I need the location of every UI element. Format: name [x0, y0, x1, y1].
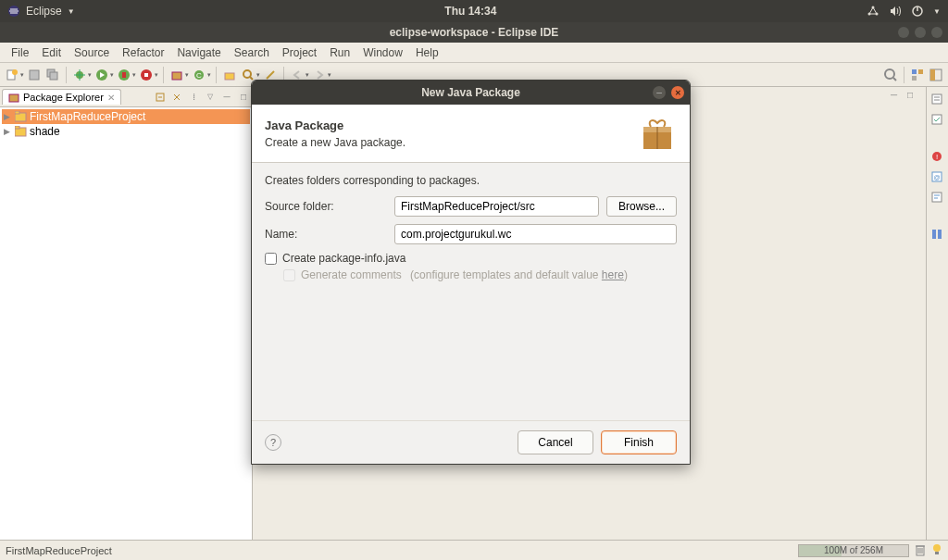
- dropdown-icon: ▼: [68, 7, 75, 16]
- browse-button[interactable]: Browse...: [606, 196, 677, 217]
- perspective-java-icon[interactable]: [909, 67, 926, 83]
- maximize-icon[interactable]: □: [237, 91, 250, 104]
- system-top-bar: Eclipse ▼ Thu 14:34 ▼: [0, 0, 948, 22]
- dialog-minimize-button[interactable]: ─: [653, 86, 666, 99]
- generate-comments-checkbox: [283, 269, 295, 281]
- debug-icon[interactable]: [71, 67, 88, 83]
- svg-rect-19: [172, 72, 181, 80]
- dialog-titlebar[interactable]: New Java Package ─ ✕: [252, 81, 690, 105]
- help-button[interactable]: ?: [265, 434, 281, 451]
- menu-bar: File Edit Source Refactor Navigate Searc…: [0, 43, 948, 63]
- editor-minimize-icon[interactable]: ─: [891, 90, 904, 103]
- new-java-package-dialog: New Java Package ─ ✕ Java Package Create…: [251, 80, 691, 465]
- system-clock: Thu 14:34: [75, 5, 867, 18]
- external-tools-icon[interactable]: [138, 67, 155, 83]
- menu-file[interactable]: File: [6, 44, 34, 61]
- perspective-switch-icon[interactable]: [930, 228, 945, 243]
- tab-package-explorer[interactable]: Package Explorer ✕: [2, 89, 121, 105]
- status-bar: FirstMapReduceProject 100M of 256M: [0, 540, 948, 560]
- create-package-info-label: Create package-info.java: [282, 252, 405, 265]
- volume-icon[interactable]: [889, 5, 902, 18]
- svg-rect-18: [144, 73, 148, 77]
- menu-help[interactable]: Help: [410, 44, 444, 61]
- tab-label: Package Explorer: [23, 92, 104, 103]
- configure-templates-link[interactable]: here: [602, 268, 624, 281]
- source-folder-label: Source folder:: [265, 200, 394, 213]
- new-icon[interactable]: [4, 67, 20, 83]
- menu-window[interactable]: Window: [357, 44, 408, 61]
- name-label: Name:: [265, 228, 394, 241]
- memory-text: 100M of 256M: [799, 545, 908, 556]
- expand-icon[interactable]: ▶: [4, 112, 13, 121]
- declaration-icon[interactable]: [930, 191, 945, 205]
- cancel-button[interactable]: Cancel: [518, 430, 593, 454]
- svg-line-26: [893, 78, 896, 81]
- minimize-icon[interactable]: ─: [220, 91, 233, 104]
- project-tree[interactable]: ▶ FirstMapReduceProject ▶ shade: [0, 107, 252, 540]
- save-all-icon[interactable]: [44, 67, 61, 83]
- tree-item-project[interactable]: ▶ shade: [2, 124, 250, 139]
- menu-project[interactable]: Project: [277, 44, 322, 61]
- svg-rect-36: [15, 111, 19, 114]
- power-icon[interactable]: [911, 5, 924, 18]
- memory-meter: 100M of 256M: [798, 544, 909, 557]
- tasks-icon[interactable]: [930, 113, 945, 128]
- svg-rect-39: [932, 94, 942, 104]
- menu-edit[interactable]: Edit: [36, 44, 67, 61]
- svg-point-25: [885, 69, 894, 79]
- tree-item-project[interactable]: ▶ FirstMapReduceProject: [2, 109, 250, 124]
- open-type-icon[interactable]: [221, 67, 238, 83]
- project-folder-icon: [15, 111, 28, 122]
- menu-search[interactable]: Search: [229, 44, 275, 61]
- run-icon[interactable]: [94, 67, 110, 83]
- tab-close-icon[interactable]: ✕: [107, 93, 115, 103]
- link-editor-icon[interactable]: [170, 91, 183, 104]
- svg-rect-47: [932, 193, 942, 202]
- expand-icon[interactable]: ▶: [4, 127, 13, 136]
- coverage-icon[interactable]: [116, 67, 132, 83]
- save-icon[interactable]: [26, 67, 43, 83]
- problems-icon[interactable]: !: [930, 150, 945, 165]
- view-menu-icon[interactable]: ▽: [204, 91, 217, 104]
- collapse-all-icon[interactable]: [154, 91, 167, 104]
- svg-point-7: [12, 69, 18, 75]
- svg-rect-22: [225, 73, 234, 80]
- svg-point-57: [933, 544, 941, 552]
- menu-refactor[interactable]: Refactor: [117, 44, 169, 61]
- name-input[interactable]: [394, 224, 677, 244]
- source-folder-input[interactable]: [394, 196, 599, 217]
- svg-rect-16: [122, 72, 126, 78]
- dialog-subheading: Create a new Java package.: [265, 136, 405, 149]
- network-icon[interactable]: [867, 5, 879, 18]
- svg-rect-8: [30, 70, 39, 80]
- menu-navigate[interactable]: Navigate: [171, 44, 226, 61]
- svg-rect-58: [935, 552, 939, 554]
- focus-icon[interactable]: ⁞: [187, 91, 200, 104]
- javadoc-icon[interactable]: @: [930, 170, 945, 185]
- tree-item-label: shade: [30, 125, 60, 138]
- editor-maximize-icon[interactable]: □: [907, 90, 920, 103]
- dialog-header: Java Package Create a new Java package.: [252, 105, 690, 163]
- perspective-open-icon[interactable]: [928, 67, 944, 83]
- window-minimize-button[interactable]: [898, 27, 909, 38]
- outline-icon[interactable]: [930, 93, 945, 107]
- tip-icon[interactable]: [931, 543, 942, 558]
- app-menu-label[interactable]: Eclipse: [26, 5, 62, 18]
- menu-source[interactable]: Source: [69, 44, 115, 61]
- svg-text:C: C: [196, 71, 202, 80]
- svg-line-24: [250, 77, 253, 80]
- gc-icon[interactable]: [915, 543, 926, 558]
- dialog-close-button[interactable]: ✕: [671, 86, 684, 99]
- dialog-title: New Java Package: [421, 86, 520, 99]
- new-package-icon[interactable]: [168, 67, 185, 83]
- svg-rect-51: [938, 230, 942, 239]
- window-maximize-button[interactable]: [915, 27, 926, 38]
- svg-rect-27: [912, 69, 917, 74]
- menu-run[interactable]: Run: [324, 44, 356, 61]
- create-package-info-checkbox[interactable]: [265, 253, 277, 265]
- finish-button[interactable]: Finish: [601, 430, 677, 454]
- window-close-button[interactable]: [931, 27, 942, 38]
- svg-rect-50: [932, 230, 936, 239]
- quick-access-icon[interactable]: [882, 67, 899, 83]
- new-class-icon[interactable]: C: [191, 67, 207, 83]
